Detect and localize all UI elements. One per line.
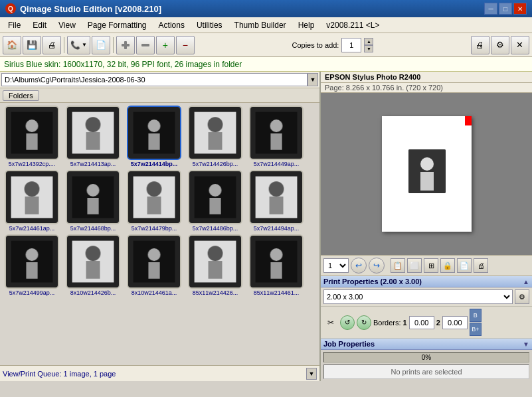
menu-actions[interactable]: Actions [153, 19, 190, 31]
copies-down-button[interactable]: ▼ [364, 45, 373, 52]
doc-button[interactable]: 📄 [92, 36, 110, 54]
print-props-expand-button[interactable]: ▲ [523, 278, 529, 285]
list-item[interactable]: 85x11w214426... [186, 234, 244, 296]
list-item[interactable]: 5x7w214449ap... [247, 106, 306, 167]
folders-button[interactable]: Folders [3, 90, 39, 101]
menu-file[interactable]: File [3, 19, 26, 31]
thumb-canvas-4 [189, 107, 241, 159]
queue-dropdown-button[interactable]: ▼ [306, 368, 317, 380]
thumbnail-label: 5x7w214426bp... [188, 161, 242, 167]
size-select[interactable]: 2.00 x 3.00 [323, 289, 513, 304]
border-b-button[interactable]: B [470, 309, 482, 322]
list-item[interactable]: 5x7w214461ap... [3, 170, 61, 232]
menu-bar: File Edit View Page Formatting Actions U… [0, 17, 532, 33]
list-item[interactable]: 8x10w214461a... [125, 234, 183, 296]
page-controls-bar: 1 ↩ ↪ 📋 ⬜ ⊞ 🔒 📄 🖨 [321, 255, 532, 276]
thumbnail-image-selected[interactable] [127, 106, 181, 160]
nav-back-button[interactable]: ↩ [351, 258, 367, 274]
thumbnail-image[interactable] [188, 170, 242, 224]
add-icon[interactable]: + [156, 36, 175, 54]
settings-right-button[interactable]: ⚙ [491, 36, 509, 54]
zoom-in-icon[interactable] [116, 36, 135, 54]
border1-num: 1 [403, 319, 407, 327]
right-panel: EPSON Stylus Photo R2400 Page: 8.266 x 1… [321, 72, 532, 381]
path-dropdown-button[interactable]: ▼ [308, 73, 318, 86]
thumbnail-label: 5x7w214461ap... [5, 225, 59, 232]
thumbnail-label: 5x7w214449ap... [249, 161, 304, 167]
copies-label: Copies to add: [292, 41, 339, 49]
border-bplus-button[interactable]: B+ [470, 323, 482, 336]
menu-edit[interactable]: Edit [27, 19, 52, 31]
thumbnail-image[interactable] [127, 234, 181, 289]
list-item[interactable]: 5x7w214479bp... [125, 170, 183, 232]
copies-up-button[interactable]: ▲ [364, 38, 373, 45]
phone-button[interactable]: 📞 ▼ [67, 36, 90, 54]
menu-utilities[interactable]: Utilities [191, 19, 228, 31]
close-right-button[interactable]: ✕ [511, 36, 529, 54]
lock-button[interactable]: 🔒 [440, 258, 455, 273]
grid-button[interactable]: ⊞ [424, 258, 438, 273]
print-properties: Print Properties (2.00 x 3.00) ▲ 2.00 x … [321, 276, 532, 339]
thumb-canvas-9 [189, 171, 241, 223]
home-button[interactable]: 🏠 [3, 36, 21, 54]
thumbnail-image[interactable] [249, 106, 304, 160]
queue-text: View/Print Queue: 1 image, 1 page [3, 370, 116, 378]
copies-spinner[interactable]: ▲ ▼ [364, 38, 373, 52]
zoom-out-icon[interactable] [136, 36, 155, 54]
thumbnail-image[interactable] [127, 170, 181, 224]
phone-icon: 📞 [70, 40, 80, 50]
print-ctrl-button[interactable]: 🖨 [474, 258, 488, 273]
nav-forward-button[interactable]: ↪ [369, 258, 385, 274]
menu-view[interactable]: View [53, 19, 81, 31]
thumbnail-image[interactable] [66, 106, 120, 160]
print-props-header: Print Properties (2.00 x 3.00) ▲ [321, 276, 532, 287]
print-button[interactable]: 🖨 [43, 36, 61, 54]
cycle-left-button[interactable]: ↺ [340, 315, 355, 330]
thumbnail-image[interactable] [188, 106, 242, 160]
thumbnail-image[interactable] [5, 170, 59, 224]
list-item[interactable]: 5x7w214494ap... [247, 170, 306, 232]
doc-ctrl-button[interactable]: 📄 [457, 258, 472, 273]
thumbnail-image[interactable] [66, 234, 120, 289]
size-settings-button[interactable]: ⚙ [515, 289, 529, 304]
save-button[interactable]: 💾 [23, 36, 41, 54]
window-controls[interactable]: ─ □ ✕ [484, 3, 527, 15]
border1-input[interactable] [409, 316, 434, 329]
cycle-right-button[interactable]: ↻ [357, 315, 371, 330]
thumbnail-image[interactable] [249, 170, 304, 224]
remove-icon[interactable]: − [176, 36, 195, 54]
list-item[interactable]: 5x7w214413ap... [64, 106, 122, 167]
menu-thumb-builder[interactable]: Thumb Builder [229, 19, 292, 31]
list-item[interactable]: 5x7w214426bp... [186, 106, 244, 167]
close-button[interactable]: ✕ [513, 3, 527, 15]
page-number-select[interactable]: 1 [323, 258, 349, 273]
list-item[interactable]: 5x7w214414bp... [125, 106, 183, 167]
list-item[interactable]: 5x7w214486bp... [186, 170, 244, 232]
menu-version: v2008.211 <L> [321, 19, 385, 31]
thumbnail-image[interactable] [5, 234, 59, 289]
menu-page-formatting[interactable]: Page Formatting [82, 19, 152, 31]
list-item[interactable]: 5x7w214499ap... [3, 234, 61, 296]
thumbnail-label: 5x7w214486bp... [188, 225, 242, 232]
copies-input[interactable] [341, 38, 361, 52]
menu-help[interactable]: Help [293, 19, 320, 31]
border2-input[interactable] [442, 316, 468, 329]
copies-row: Copies to add: ▲ ▼ [292, 38, 373, 52]
list-item[interactable]: 5x7w214392cp.... [3, 106, 61, 167]
clipboard-button[interactable]: 📋 [391, 258, 405, 273]
list-item[interactable]: 8x10w214426b... [64, 234, 122, 296]
thumbnail-image[interactable] [66, 170, 120, 224]
paper-preview [382, 116, 472, 232]
list-item[interactable]: 85x11w214461... [247, 234, 306, 296]
thumbnail-image[interactable] [188, 234, 242, 289]
thumbnail-image[interactable] [249, 234, 304, 289]
minimize-button[interactable]: ─ [484, 3, 497, 15]
job-props-expand-button[interactable]: ▼ [523, 341, 529, 348]
maximize-button[interactable]: □ [499, 3, 512, 15]
thumbnail-image[interactable] [5, 106, 59, 160]
print-right-button[interactable]: 🖨 [471, 36, 489, 54]
clear-button[interactable]: ⬜ [407, 258, 422, 273]
path-input[interactable] [1, 73, 308, 86]
progress-bar: 0% [323, 352, 529, 362]
list-item[interactable]: 5x7w214468bp... [64, 170, 122, 232]
